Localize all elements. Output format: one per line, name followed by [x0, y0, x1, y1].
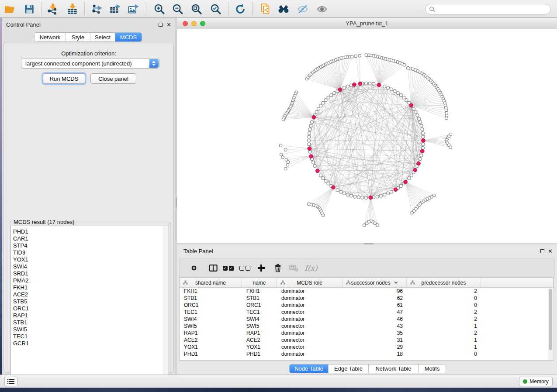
table-row[interactable]: STB1STB1dominator620: [180, 295, 554, 302]
run-mcds-button[interactable]: Run MCDS: [43, 73, 85, 84]
import-network-icon[interactable]: [45, 2, 60, 16]
search-field[interactable]: [425, 4, 551, 14]
mcds-result-item[interactable]: SWI4: [13, 263, 169, 270]
tab-mcds[interactable]: MCDS: [115, 33, 142, 41]
mcds-result-item[interactable]: TEC1: [13, 333, 169, 340]
control-panel: Control Panel ✕ NetworkStyleSelectMCDS O…: [2, 18, 175, 375]
close-panel-icon[interactable]: ✕: [166, 22, 171, 28]
search-input[interactable]: [436, 6, 540, 13]
table-scrollbar[interactable]: [548, 288, 553, 360]
zoom-out-icon[interactable]: [170, 2, 185, 16]
tab-motifs[interactable]: Motifs: [419, 364, 446, 373]
mcds-result-item[interactable]: PHD1: [13, 228, 169, 235]
cell: dominator: [277, 295, 343, 302]
table-settings-gear-icon[interactable]: [187, 261, 201, 275]
mcds-result-item[interactable]: STP4: [13, 242, 169, 249]
network-canvas[interactable]: [177, 29, 557, 243]
cell: 96: [343, 288, 407, 295]
tab-select[interactable]: Select: [90, 33, 115, 41]
table-panel: Table Panel ✕ ✓✓ f(x) shared namenameMCD…: [177, 244, 557, 375]
add-column-plus-icon[interactable]: [255, 261, 268, 275]
table-row[interactable]: ACE2ACE2connector311: [180, 337, 554, 344]
mcds-result-item[interactable]: ORC1: [13, 305, 169, 312]
cell: SWI5: [242, 323, 277, 330]
tree-column-icon: [410, 280, 415, 285]
mcds-result-item[interactable]: ACE2: [13, 291, 169, 298]
mcds-result-item[interactable]: SRD1: [13, 270, 169, 277]
mcds-result-item[interactable]: PMA2: [13, 277, 169, 284]
refresh-view-icon[interactable]: [233, 2, 248, 16]
mcds-result-item[interactable]: FKH1: [13, 284, 169, 291]
table-row[interactable]: SWI4SWI4dominator462: [180, 316, 554, 323]
deselect-all-checkboxes-icon[interactable]: [238, 261, 251, 275]
table-row[interactable]: FKH1FKH1dominator962: [180, 288, 554, 295]
tab-edge-table[interactable]: Edge Table: [329, 364, 369, 373]
cell: dominator: [277, 351, 343, 358]
zoom-fit-icon[interactable]: [189, 2, 204, 16]
mcds-result-item[interactable]: YOX1: [13, 256, 169, 263]
tab-network[interactable]: Network: [35, 33, 66, 41]
table-row[interactable]: SWI5SWI5connector431: [180, 323, 554, 330]
delete-column-trash-icon[interactable]: [271, 261, 284, 275]
table-row[interactable]: RAP1RAP1dominator352: [180, 330, 554, 337]
network-titlebar[interactable]: YPA_prune.txt_1: [177, 18, 557, 29]
zoom-selected-icon[interactable]: [208, 2, 223, 16]
import-table-icon[interactable]: [65, 2, 80, 16]
select-all-checkboxes-icon[interactable]: ✓✓: [221, 261, 235, 275]
cell: 0: [407, 295, 481, 302]
mcds-result-item[interactable]: TID3: [13, 249, 169, 256]
hide-details-icon[interactable]: [295, 2, 310, 16]
cell: PHD1: [180, 351, 242, 358]
delete-table-icon[interactable]: [287, 261, 300, 275]
mcds-result-item[interactable]: CAR1: [13, 235, 169, 242]
optimization-criterion-dropdown[interactable]: largest connected component (undirected): [21, 58, 159, 69]
column-header-MCDS-role[interactable]: MCDS role: [277, 278, 343, 287]
table-tabs: Node TableEdge TableNetwork TableMotifs: [289, 364, 446, 373]
tab-node-table[interactable]: Node Table: [290, 364, 329, 373]
tab-style[interactable]: Style: [66, 33, 90, 41]
table-row[interactable]: PHD1PHD1dominator180: [180, 351, 554, 358]
column-header-successor-nodes[interactable]: successor nodes: [343, 278, 407, 287]
cell: 1: [407, 323, 481, 330]
open-file-icon[interactable]: [2, 2, 17, 16]
table-row[interactable]: ORC1ORC1dominator610: [180, 302, 554, 309]
close-table-panel-icon[interactable]: ✕: [548, 248, 553, 254]
table-row[interactable]: YOX1YOX1connector291: [180, 344, 554, 351]
search-network-binoculars-icon[interactable]: [276, 2, 291, 16]
column-header-shared-name[interactable]: shared name: [180, 278, 242, 287]
table-scrollbar-thumb[interactable]: [549, 289, 552, 350]
network-share-doc-icon[interactable]: [258, 2, 273, 16]
mcds-result-item[interactable]: RAP1: [13, 312, 169, 319]
cell: connector: [277, 309, 343, 316]
close-panel-button[interactable]: Close panel: [90, 73, 136, 84]
zoom-in-icon[interactable]: [152, 2, 167, 16]
cell: RAP1: [242, 330, 277, 337]
mcds-result-item[interactable]: SWI5: [13, 326, 169, 333]
export-image-icon[interactable]: [126, 2, 141, 16]
mcds-result-item[interactable]: STB1: [13, 319, 169, 326]
cell: ACE2: [180, 337, 242, 344]
optimization-criterion-label: Optimization criterion:: [4, 50, 173, 57]
export-network-icon[interactable]: [90, 2, 104, 16]
tab-network-table[interactable]: Network Table: [369, 364, 419, 373]
mcds-result-item[interactable]: STB5: [13, 298, 169, 305]
column-header-name[interactable]: name: [242, 278, 277, 287]
table-row[interactable]: TEC1TEC1connector472: [180, 309, 554, 316]
save-session-icon[interactable]: [22, 2, 37, 16]
float-panel-icon[interactable]: [159, 23, 163, 27]
column-selector-icon[interactable]: [207, 261, 220, 275]
cell: 31: [343, 337, 407, 344]
node-table[interactable]: shared namenameMCDS rolesuccessor nodesp…: [179, 278, 554, 361]
mcds-list-scrollbar[interactable]: [163, 226, 169, 383]
task-history-button[interactable]: [4, 377, 17, 386]
function-builder-icon[interactable]: f(x): [303, 261, 319, 275]
column-header-predecessor-nodes[interactable]: predecessor nodes: [407, 278, 481, 287]
cell: ACE2: [242, 337, 277, 344]
toolbar-separator: [41, 2, 42, 15]
mcds-result-list[interactable]: PHD1CAR1STP4TID3YOX1SWI4SRD1PMA2FKH1ACE2…: [10, 226, 169, 383]
mcds-result-item[interactable]: GCR1: [13, 340, 169, 347]
export-table-icon[interactable]: [107, 2, 122, 16]
show-graphics-eye-icon[interactable]: [315, 2, 329, 16]
memory-button[interactable]: Memory: [519, 377, 553, 386]
float-table-panel-icon[interactable]: [540, 249, 544, 253]
